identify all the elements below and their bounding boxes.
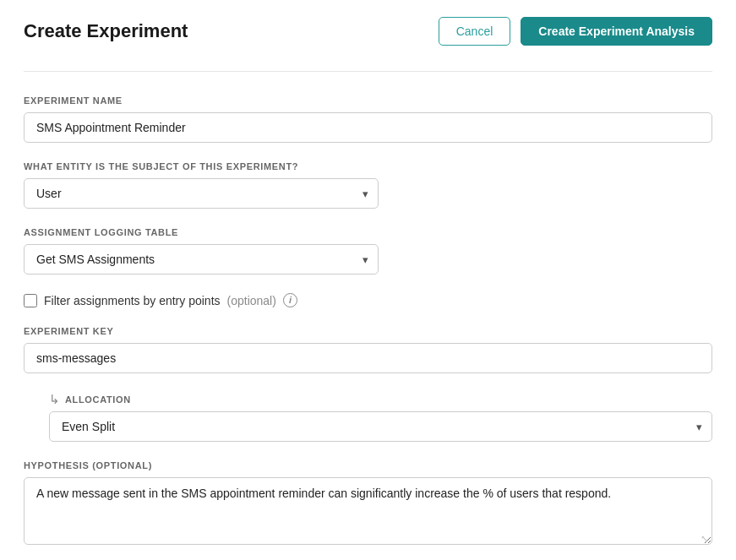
entity-label: WHAT ENTITY IS THE SUBJECT OF THIS EXPER…: [24, 161, 712, 171]
experiment-key-label: EXPERIMENT KEY: [24, 326, 712, 336]
filter-assignments-label: Filter assignments by entry points: [44, 294, 221, 307]
filter-assignments-checkbox[interactable]: [24, 294, 37, 307]
filter-assignments-optional: (optional): [227, 294, 276, 307]
experiment-name-input[interactable]: [24, 112, 712, 143]
allocation-section: ↳ ALLOCATION Even Split Custom ▾: [49, 392, 712, 442]
allocation-label: ALLOCATION: [65, 394, 131, 405]
entity-select-wrapper: User Organization Account ▾: [24, 178, 379, 209]
assignment-logging-section: ASSIGNMENT LOGGING TABLE Get SMS Assignm…: [24, 227, 712, 275]
allocation-arrow-icon: ↳: [49, 392, 60, 407]
hypothesis-textarea-wrapper: A new message sent in the SMS appointmen…: [24, 477, 712, 548]
assignment-logging-select-wrapper: Get SMS Assignments Other Table ▾: [24, 244, 379, 275]
experiment-name-section: EXPERIMENT NAME: [24, 95, 712, 143]
entity-select[interactable]: User Organization Account: [24, 178, 379, 209]
allocation-select-wrapper: Even Split Custom ▾: [49, 411, 712, 442]
hypothesis-textarea[interactable]: A new message sent in the SMS appointmen…: [24, 477, 712, 545]
assignment-logging-select[interactable]: Get SMS Assignments Other Table: [24, 244, 379, 275]
experiment-name-label: EXPERIMENT NAME: [24, 95, 712, 106]
filter-assignments-row: Filter assignments by entry points (opti…: [24, 293, 712, 307]
hypothesis-label: HYPOTHESIS (OPTIONAL): [24, 460, 712, 470]
experiment-key-section: EXPERIMENT KEY: [24, 326, 712, 373]
assignment-logging-label: ASSIGNMENT LOGGING TABLE: [24, 227, 712, 237]
page-title: Create Experiment: [24, 20, 188, 42]
create-experiment-analysis-button[interactable]: Create Experiment Analysis: [521, 17, 712, 46]
page-container: Create Experiment Cancel Create Experime…: [0, 0, 736, 560]
cancel-button[interactable]: Cancel: [439, 17, 511, 46]
header-divider: [24, 71, 712, 72]
header-actions: Cancel Create Experiment Analysis: [439, 17, 712, 46]
header: Create Experiment Cancel Create Experime…: [24, 17, 712, 46]
allocation-arrow-row: ↳ ALLOCATION: [49, 392, 712, 407]
experiment-key-input[interactable]: [24, 343, 712, 373]
hypothesis-section: HYPOTHESIS (OPTIONAL) A new message sent…: [24, 460, 712, 548]
entity-section: WHAT ENTITY IS THE SUBJECT OF THIS EXPER…: [24, 161, 712, 209]
allocation-select[interactable]: Even Split Custom: [49, 411, 712, 442]
info-icon[interactable]: i: [283, 293, 297, 307]
